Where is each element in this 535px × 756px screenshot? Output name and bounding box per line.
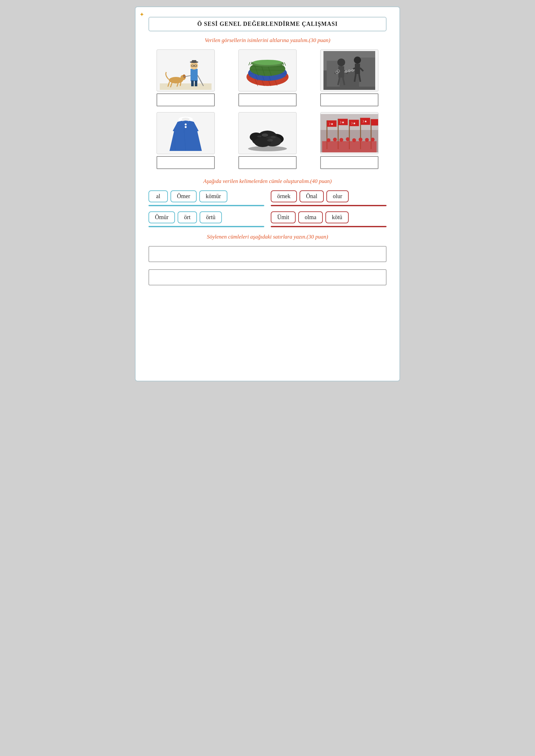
sentence-half-3: Ömür ört örtü (149, 211, 264, 227)
title-box: Ö SESİ GENEL DEĞERLENDİRME ÇALIŞMASI (149, 17, 386, 31)
answer-box-2[interactable] (239, 94, 296, 106)
svg-point-81 (267, 139, 273, 142)
svg-rect-97 (371, 119, 379, 125)
word-kotu: kötü (325, 211, 349, 223)
word-ort: ört (178, 211, 197, 223)
word-komur: kömür (199, 190, 227, 202)
svg-rect-98 (322, 141, 377, 152)
worksheet-page: ✦ Ö SESİ GENEL DEĞERLENDİRME ÇALIŞMASI V… (135, 7, 400, 381)
svg-rect-17 (195, 80, 197, 86)
image-chains (320, 49, 379, 92)
svg-point-71 (248, 146, 287, 151)
svg-point-79 (271, 136, 276, 138)
svg-point-103 (352, 138, 356, 142)
sentence-line-3[interactable] (149, 226, 264, 227)
word-olur: olur (326, 190, 349, 202)
svg-rect-15 (192, 60, 196, 63)
svg-rect-16 (191, 80, 194, 86)
word-group-1: al Ömer kömür (149, 190, 264, 202)
svg-point-70 (185, 126, 187, 128)
word-onal: Önal (299, 190, 324, 202)
answer-box-3[interactable] (320, 94, 379, 106)
svg-point-69 (185, 123, 187, 125)
image-cell-3 (312, 49, 386, 106)
svg-rect-9 (190, 69, 198, 81)
svg-point-101 (340, 138, 344, 142)
svg-rect-0 (160, 83, 211, 90)
sentence-half-2: örnek Önal olur (271, 190, 386, 206)
word-pair-row-2: Ömür ört örtü Ümit olma kötü (149, 211, 386, 227)
image-cell-5 (230, 112, 304, 169)
svg-line-38 (249, 62, 250, 65)
svg-point-99 (327, 138, 330, 142)
svg-text:☽★: ☽★ (339, 121, 345, 124)
word-omur: Ömür (149, 211, 175, 223)
image-dress (156, 112, 215, 154)
word-pair-row-1: al Ömer kömür örnek Önal olur (149, 190, 386, 206)
sentence-section: al Ömer kömür örnek Önal olur Ömür (149, 190, 386, 227)
sentence-line-1[interactable] (149, 205, 264, 206)
image-flags: ☽★ ☽★ ☽★ ☽★ (320, 112, 379, 154)
image-cell-1 (149, 49, 223, 106)
answer-box-6[interactable] (320, 156, 379, 169)
svg-text:☽★: ☽★ (361, 120, 367, 123)
section1-instruction: Verilen görsellerin isimlerini altlarına… (149, 37, 386, 44)
word-umit: Ümit (271, 211, 296, 223)
star-icon: ✦ (139, 11, 144, 18)
svg-point-45 (253, 60, 282, 65)
answer-box-4[interactable] (156, 156, 215, 169)
word-group-3: Ömür ört örtü (149, 211, 264, 223)
svg-point-80 (257, 135, 262, 137)
answer-box-1[interactable] (156, 94, 215, 106)
writing-line-2[interactable] (149, 269, 386, 285)
word-group-2: örnek Önal olur (271, 190, 386, 202)
svg-point-104 (359, 138, 363, 142)
svg-rect-68 (324, 51, 375, 90)
sentence-half-1: al Ömer kömür (149, 190, 264, 206)
writing-line-1[interactable] (149, 246, 386, 262)
image-grid: ☽★ ☽★ ☽★ ☽★ (149, 49, 386, 169)
word-ornek: örnek (271, 190, 297, 202)
svg-point-100 (333, 138, 337, 142)
word-omer: Ömer (170, 190, 197, 202)
writing-section (149, 246, 386, 285)
word-al: al (149, 190, 168, 202)
image-cell-2 (230, 49, 304, 106)
sentence-line-4[interactable] (271, 226, 386, 227)
word-ortu: örtü (200, 211, 222, 223)
svg-point-77 (254, 137, 271, 147)
sentence-half-4: Ümit olma kötü (271, 211, 386, 227)
section2-instruction: Aşağıda verilen kelimelerden cümle oluşt… (149, 178, 386, 185)
word-olma: olma (298, 211, 323, 223)
svg-text:☽★: ☽★ (328, 122, 333, 126)
word-group-4: Ümit olma kötü (271, 211, 386, 223)
image-cell-6: ☽★ ☽★ ☽★ ☽★ (312, 112, 386, 169)
svg-text:☽★: ☽★ (350, 122, 356, 125)
section3-instruction: Söylenen cümleleri aşağıdaki satırlara y… (149, 234, 386, 240)
page-title: Ö SESİ GENEL DEĞERLENDİRME ÇALIŞMASI (197, 21, 338, 27)
answer-box-5[interactable] (239, 156, 296, 169)
image-blind-man (156, 49, 215, 92)
svg-line-43 (284, 62, 286, 66)
image-coal (239, 112, 296, 154)
svg-point-78 (262, 133, 268, 137)
image-cell-4 (149, 112, 223, 169)
svg-point-106 (371, 138, 375, 142)
svg-point-105 (365, 138, 369, 142)
sentence-line-2[interactable] (271, 205, 386, 206)
image-scarf (239, 49, 296, 92)
svg-point-102 (346, 137, 350, 141)
